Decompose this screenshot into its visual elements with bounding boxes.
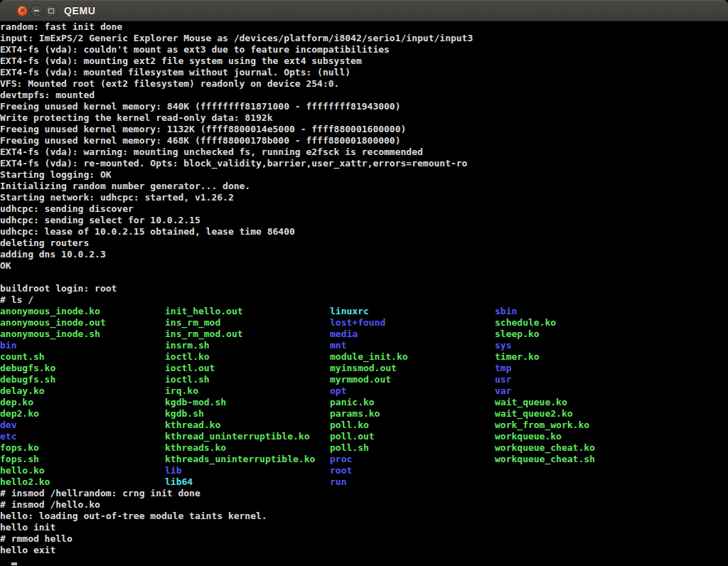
file-entry: anonymous_inode.ko bbox=[0, 306, 100, 317]
dir-entry: root bbox=[330, 465, 352, 476]
dir-entry: media bbox=[330, 329, 358, 340]
dir-entry: proc bbox=[330, 454, 352, 465]
dir-entry: tmp bbox=[495, 363, 511, 374]
file-entry: poll.ko bbox=[330, 420, 369, 431]
file-entry: debugfs.ko bbox=[0, 363, 55, 374]
file-entry: dep.ko bbox=[0, 397, 33, 408]
dir-entry: opt bbox=[330, 385, 346, 397]
file-entry: debugfs.sh bbox=[0, 374, 55, 385]
file-entry: ioctl.ko bbox=[165, 351, 210, 363]
minimize-icon bbox=[34, 10, 39, 11]
minimize-button[interactable] bbox=[31, 6, 42, 16]
terminal-line: Freeing unused kernel memory: 840K (ffff… bbox=[0, 101, 728, 112]
window-titlebar[interactable]: ✕ QEMU bbox=[0, 0, 728, 21]
qemu-window: ✕ QEMU random: fast init doneinput: ImEx… bbox=[0, 0, 728, 566]
terminal-line: EXT4-fs (vda): couldn't mount as ext3 du… bbox=[0, 44, 728, 55]
file-entry: init_hello.out bbox=[165, 306, 243, 317]
terminal-line: hello init bbox=[0, 522, 728, 533]
file-entry: anonymous_inode.out bbox=[0, 317, 106, 329]
file-entry: myinsmod.out bbox=[330, 363, 397, 374]
file-entry: kthreads_uninterruptible.ko bbox=[165, 454, 315, 465]
file-entry: anonymous_inode.sh bbox=[0, 329, 100, 340]
dir-entry: mnt bbox=[330, 340, 346, 351]
terminal-line: EXT4-fs (vda): mounted filesystem withou… bbox=[0, 67, 728, 78]
maximize-icon bbox=[48, 9, 54, 14]
file-entry: params.ko bbox=[330, 408, 380, 420]
ls-row: delay.koirq.kooptvar bbox=[0, 385, 728, 397]
ls-row: hello2.kolib64run bbox=[0, 476, 728, 488]
close-button[interactable]: ✕ bbox=[17, 6, 28, 16]
file-entry: ioctl.sh bbox=[165, 374, 210, 385]
terminal-line: EXT4-fs (vda): mounting ext2 file system… bbox=[0, 55, 728, 67]
terminal-line: Starting network: udhcpc: started, v1.26… bbox=[0, 192, 728, 203]
terminal-line: Freeing unused kernel memory: 1132K (fff… bbox=[0, 124, 728, 135]
terminal-line: # ls / bbox=[0, 294, 728, 306]
file-entry: sleep.ko bbox=[495, 329, 540, 340]
file-entry: work_from_work.ko bbox=[495, 420, 589, 431]
file-entry: poll.sh bbox=[330, 442, 369, 454]
terminal-line: # insmod /hellrandom: crng init done bbox=[0, 488, 728, 499]
file-entry: kgdb.sh bbox=[165, 408, 204, 420]
terminal-line: udhcpc: sending select for 10.0.2.15 bbox=[0, 215, 728, 226]
terminal-line: EXT4-fs (vda): warning: mounting uncheck… bbox=[0, 146, 728, 158]
file-entry: workqueue_cheat.sh bbox=[495, 454, 595, 465]
dir-entry: sys bbox=[495, 340, 511, 351]
file-entry: wait_queue.ko bbox=[495, 397, 567, 408]
file-entry: ioctl.out bbox=[165, 363, 215, 374]
terminal-screen[interactable]: random: fast init doneinput: ImExPS/2 Ge… bbox=[0, 21, 728, 566]
dir-entry: bin bbox=[0, 340, 16, 351]
ls-row: etckthread_uninterruptible.kopoll.outwor… bbox=[0, 431, 728, 442]
dir-entry: etc bbox=[0, 431, 16, 442]
ls-row: devkthread.kopoll.kowork_from_work.ko bbox=[0, 420, 728, 431]
file-entry: hello.ko bbox=[0, 465, 45, 476]
file-entry: kthread_uninterruptible.ko bbox=[165, 431, 310, 442]
ls-row: dep.kokgdb-mod.shpanic.kowait_queue.ko bbox=[0, 397, 728, 408]
ls-row: anonymous_inode.shins_rm_mod.outmediasle… bbox=[0, 329, 728, 340]
file-entry: count.sh bbox=[0, 351, 45, 363]
ls-row: fops.shkthreads_uninterruptible.koprocwo… bbox=[0, 454, 728, 465]
terminal-line: Initializing random number generator... … bbox=[0, 181, 728, 192]
file-entry: panic.ko bbox=[330, 397, 375, 408]
window-controls: ✕ bbox=[0, 6, 56, 16]
terminal-line: # insmod /hello.ko bbox=[0, 499, 728, 511]
dir-entry: lost+found bbox=[330, 317, 385, 329]
terminal-line: input: ImExPS/2 Generic Explorer Mouse a… bbox=[0, 33, 728, 44]
terminal-line: buildroot login: root bbox=[0, 283, 728, 294]
ls-row: hello.kolibroot bbox=[0, 465, 728, 476]
ls-row: fops.kokthreads.kopoll.shworkqueue_cheat… bbox=[0, 442, 728, 454]
file-entry: kthreads.ko bbox=[165, 442, 226, 454]
symlink-entry: lib64 bbox=[165, 476, 193, 488]
terminal-line: random: fast init done bbox=[0, 21, 728, 33]
file-entry: ins_rm_mod.out bbox=[165, 329, 243, 340]
ls-row: anonymous_inode.koinit_hello.outlinuxrcs… bbox=[0, 306, 728, 317]
terminal-line: udhcpc: sending discover bbox=[0, 203, 728, 215]
terminal-line: adding dns 10.0.2.3 bbox=[0, 249, 728, 260]
terminal-line: Freeing unused kernel memory: 468K (ffff… bbox=[0, 135, 728, 146]
terminal-line: OK bbox=[0, 260, 728, 272]
dir-entry: lib bbox=[165, 465, 181, 476]
terminal-line: VFS: Mounted root (ext2 filesystem) read… bbox=[0, 78, 728, 90]
ls-output: anonymous_inode.koinit_hello.outlinuxrcs… bbox=[0, 306, 728, 488]
terminal-line: devtmpfs: mounted bbox=[0, 90, 728, 101]
file-entry: delay.ko bbox=[0, 385, 45, 397]
command-log: # insmod /hellrandom: crng init done# in… bbox=[0, 488, 728, 556]
terminal-line bbox=[0, 272, 728, 283]
file-entry: workqueue_cheat.ko bbox=[495, 442, 595, 454]
file-entry: fops.sh bbox=[0, 454, 39, 465]
symlink-entry: linuxrc bbox=[330, 306, 369, 317]
file-entry: poll.out bbox=[330, 431, 375, 442]
file-entry: module_init.ko bbox=[330, 351, 408, 363]
maximize-button[interactable] bbox=[46, 6, 56, 16]
terminal-line: hello: loading out-of-tree module taints… bbox=[0, 511, 728, 522]
file-entry: kthread.ko bbox=[165, 420, 220, 431]
prompt-line: # bbox=[0, 556, 728, 566]
terminal-line: EXT4-fs (vda): re-mounted. Opts: block_v… bbox=[0, 158, 728, 169]
dir-entry: run bbox=[330, 476, 346, 488]
file-entry: myrmmod.out bbox=[330, 374, 391, 385]
file-entry: workqueue.ko bbox=[495, 431, 562, 442]
file-entry: dep2.ko bbox=[0, 408, 39, 420]
dir-entry: var bbox=[495, 385, 511, 397]
file-entry: fops.ko bbox=[0, 442, 39, 454]
ls-row: debugfs.shioctl.shmyrmmod.outusr bbox=[0, 374, 728, 385]
file-entry: wait_queue2.ko bbox=[495, 408, 573, 420]
